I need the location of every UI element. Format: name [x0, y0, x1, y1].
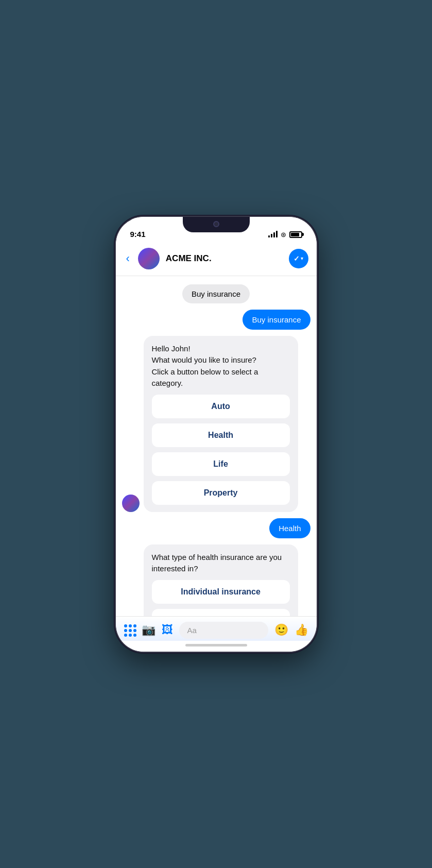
dot-3: [133, 624, 136, 627]
bot-text-2: What type of health insurance are you in…: [152, 552, 290, 575]
signal-bar-3: [273, 232, 275, 237]
chat-header: ‹ ACME INC. ✓ ▾: [116, 243, 317, 276]
message-user-1: Buy insurance: [122, 310, 310, 330]
phone-screen: 9:41 ⊛ ‹ ACME INC. ✓ ▾: [116, 217, 317, 652]
option-individual-insurance[interactable]: Individual insurance: [152, 580, 290, 604]
user-message-text-1: Buy insurance: [252, 315, 301, 324]
wifi-icon: ⊛: [281, 231, 286, 239]
message-input[interactable]: Aa: [179, 622, 268, 639]
emoji-button[interactable]: 🙂: [274, 623, 288, 637]
message-user-2: Health: [122, 518, 310, 538]
apps-button[interactable]: [124, 624, 135, 636]
signal-bar-2: [271, 234, 272, 237]
bot-text-1: Hello John!What would you like to insure…: [152, 343, 290, 389]
status-icons: ⊛: [268, 231, 302, 239]
bubble-center-buy-insurance: Buy insurance: [182, 284, 250, 303]
message-bot-1: Hello John!What would you like to insure…: [122, 336, 310, 512]
dot-6: [133, 629, 136, 632]
status-time: 9:41: [130, 230, 146, 239]
center-message-text: Buy insurance: [192, 290, 240, 298]
dot-9: [133, 634, 136, 637]
dot-4: [124, 629, 127, 632]
signal-bar-4: [276, 231, 278, 237]
bubble-bot-1: Hello John!What would you like to insure…: [144, 336, 298, 512]
dot-1: [124, 624, 127, 627]
home-indicator: [116, 641, 317, 652]
dot-5: [129, 629, 132, 632]
dot-2: [129, 624, 132, 627]
signal-bar-1: [268, 235, 270, 237]
option-life[interactable]: Life: [152, 452, 290, 476]
status-bar: 9:41 ⊛: [116, 217, 317, 243]
image-button[interactable]: 🖼: [162, 623, 173, 637]
notch: [183, 217, 250, 232]
check-icon: ✓: [293, 254, 300, 263]
action-button[interactable]: ✓ ▾: [289, 249, 308, 268]
dot-7: [124, 634, 127, 637]
notch-camera: [213, 221, 219, 227]
thumbsup-button[interactable]: 👍: [295, 623, 308, 637]
chat-body: Buy insurance Buy insurance Hello John!W…: [116, 276, 317, 616]
camera-button[interactable]: 📷: [142, 623, 155, 637]
message-bot-2: What type of health insurance are you in…: [122, 544, 310, 616]
chat-toolbar: 📷 🖼 Aa 🙂 👍: [116, 616, 317, 641]
back-button[interactable]: ‹: [124, 250, 132, 267]
message-center-1: Buy insurance: [122, 284, 310, 303]
chat-title: ACME INC.: [166, 253, 283, 264]
input-placeholder: Aa: [187, 626, 197, 635]
user-message-text-2: Health: [279, 524, 301, 533]
option-health[interactable]: Health: [152, 423, 290, 447]
option-family-insurance[interactable]: Family insurance: [152, 609, 290, 616]
battery-fill: [291, 233, 299, 236]
option-auto[interactable]: Auto: [152, 395, 290, 418]
home-bar: [185, 644, 247, 646]
dropdown-icon: ▾: [301, 256, 303, 261]
bot-avatar-1: [122, 495, 140, 512]
option-property[interactable]: Property: [152, 481, 290, 505]
bubble-user-health: Health: [269, 518, 310, 538]
signal-icon: [268, 231, 278, 237]
battery-icon: [289, 231, 302, 238]
bubble-bot-2: What type of health insurance are you in…: [144, 544, 298, 616]
dot-8: [129, 634, 132, 637]
bubble-user-buy-insurance: Buy insurance: [243, 310, 310, 330]
phone-shell: 9:41 ⊛ ‹ ACME INC. ✓ ▾: [116, 217, 317, 652]
avatar: [138, 248, 160, 269]
